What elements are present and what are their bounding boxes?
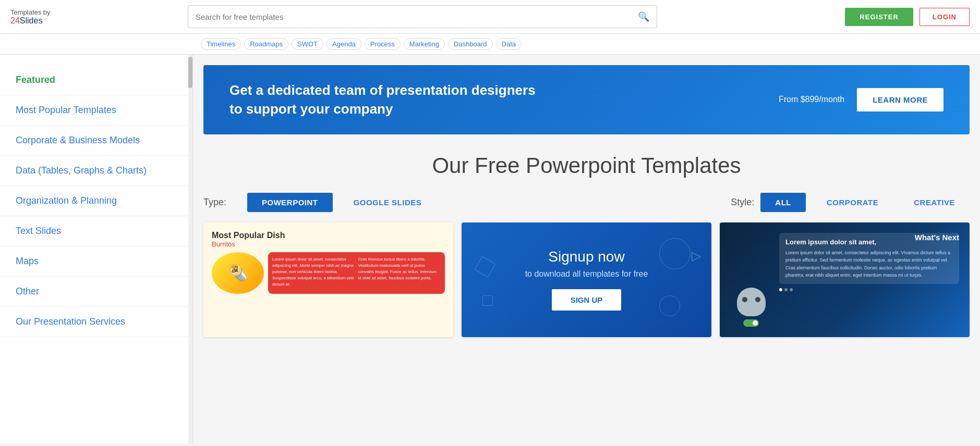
templates-grid: Most Popular Dish Burritos 🌯 Lorem ipsum… [193, 222, 980, 348]
register-button[interactable]: REGISTER [845, 8, 913, 26]
burrito-icon: 🌯 [228, 264, 248, 282]
learn-more-button[interactable]: LEARN MORE [857, 88, 943, 112]
style-filter-group: Style: ALLCORPORATECREATIVE [731, 193, 970, 212]
type-filter-group: POWERPOINTGOOGLE SLIDES [247, 193, 436, 212]
card-food-col1: Lorem ipsum dolor sit amet, consectetur … [272, 256, 355, 290]
login-button[interactable]: LOGIN [919, 8, 970, 26]
card-food-text-columns: Lorem ipsum dolor sit amet, consectetur … [268, 252, 445, 294]
style-filter-creative[interactable]: CREATIVE [899, 193, 970, 212]
subnav-tag-marketing[interactable]: Marketing [404, 38, 445, 50]
subnav-tag-agenda[interactable]: Agenda [326, 38, 361, 50]
signup-subtitle: to download all templates for free [525, 269, 648, 279]
card-food-image: 🌯 [212, 252, 264, 294]
banner-heading: Get a dedicated team of presentation des… [229, 81, 542, 119]
sidebar-item-1[interactable]: Most Popular Templates [0, 95, 192, 126]
template-card-robot[interactable]: What's Next Lorem ipsum dolor sit amet, … [720, 222, 970, 337]
template-card-food[interactable]: Most Popular Dish Burritos 🌯 Lorem ipsum… [203, 222, 453, 337]
robot-pagination-dots [779, 288, 959, 291]
template-card-signup[interactable]: ▷ Signup now to download all templates f… [462, 222, 711, 337]
signup-title: Signup now [548, 249, 624, 265]
type-filter-powerpoint[interactable]: POWERPOINT [247, 193, 333, 212]
search-area: 🔍 [188, 5, 657, 28]
style-filters: ALLCORPORATECREATIVE [760, 193, 970, 212]
style-filter-all[interactable]: ALL [760, 193, 806, 212]
main-layout: FeaturedMost Popular TemplatesCorporate … [0, 55, 980, 443]
style-label: Style: [731, 197, 754, 208]
banner-pricing: From $899/month [779, 95, 844, 104]
search-input[interactable] [188, 7, 631, 27]
robot-figure [730, 233, 772, 327]
sidebar-scroll-thumb [188, 57, 192, 88]
sidebar-scrollbar[interactable] [188, 55, 192, 443]
subnav-tag-dashboard[interactable]: Dashboard [448, 38, 493, 50]
robot-toggle [743, 319, 759, 327]
sidebar: FeaturedMost Popular TemplatesCorporate … [0, 55, 193, 443]
deco-circle-2 [659, 295, 680, 316]
filters: Type: POWERPOINTGOOGLE SLIDES Style: ALL… [193, 193, 980, 222]
header-actions: REGISTER LOGIN [834, 8, 970, 26]
sidebar-item-3[interactable]: Data (Tables, Graphs & Charts) [0, 156, 192, 186]
sidebar-item-0[interactable]: Featured [0, 65, 192, 95]
subnav-tag-roadmaps[interactable]: Roadmaps [244, 38, 288, 50]
signup-decorations: ▷ [462, 222, 711, 337]
subnav-tag-swot[interactable]: SWOT [292, 38, 323, 50]
banner: Get a dedicated team of presentation des… [203, 65, 970, 134]
type-label: Type: [203, 197, 226, 208]
card-food-col2: Cras rhoncus luctus libero a lobortis. V… [358, 256, 441, 290]
logo-templates-by-text: Templates by [10, 8, 188, 16]
deco-square [482, 295, 493, 306]
header: Templates by 24Slides 🔍 REGISTER LOGIN [0, 0, 980, 34]
subnav-tag-data[interactable]: Data [496, 38, 522, 50]
sidebar-items: FeaturedMost Popular TemplatesCorporate … [0, 65, 192, 337]
dot-1 [779, 288, 782, 291]
signup-button[interactable]: SIGN UP [552, 289, 622, 311]
style-filter-corporate[interactable]: CORPORATE [812, 193, 893, 212]
robot-eye-left [742, 297, 747, 302]
robot-head [737, 288, 766, 316]
deco-circle-1 [659, 238, 691, 269]
subnav: TimelinesRoadmapsSWOTAgendaProcessMarket… [0, 34, 980, 55]
subnav-tag-process[interactable]: Process [365, 38, 401, 50]
sidebar-item-6[interactable]: Maps [0, 246, 192, 277]
section-title: Our Free Powerpoint Templates [193, 153, 980, 178]
robot-what-next: What's Next [915, 233, 959, 242]
deco-triangle [475, 256, 496, 277]
subnav-tag-timelines[interactable]: Timelines [201, 38, 241, 50]
search-button[interactable]: 🔍 [631, 6, 657, 28]
logo-24: 24 [10, 16, 20, 25]
sidebar-item-8[interactable]: Our Presentation Services [0, 307, 192, 337]
dot-3 [790, 288, 793, 291]
search-icon: 🔍 [638, 11, 649, 22]
content-area: Get a dedicated team of presentation des… [193, 55, 980, 443]
card-food-title: Most Popular Dish [212, 231, 445, 240]
robot-eye-right [755, 297, 760, 302]
sidebar-item-2[interactable]: Corporate & Business Models [0, 126, 192, 156]
robot-content: Lorem ipsum dolor sit amet, Lorem ipsum … [779, 233, 959, 327]
banner-text: Get a dedicated team of presentation des… [229, 81, 779, 119]
robot-bubble-text: Lorem ipsum dolor sit amet, consectetur … [785, 249, 953, 279]
sidebar-item-5[interactable]: Text Slides [0, 216, 192, 246]
sidebar-item-7[interactable]: Other [0, 277, 192, 307]
logo-area: Templates by 24Slides [10, 8, 188, 26]
dot-2 [784, 288, 788, 291]
type-filter-google-slides[interactable]: GOOGLE SLIDES [339, 193, 437, 212]
logo-slides: Slides [20, 16, 43, 25]
card-food-content: 🌯 Lorem ipsum dolor sit amet, consectetu… [212, 252, 445, 294]
logo[interactable]: 24Slides [10, 16, 188, 26]
deco-play-icon: ▷ [692, 249, 701, 263]
search-bar: 🔍 [188, 5, 657, 28]
sidebar-item-4[interactable]: Organization & Planning [0, 186, 192, 216]
card-food-subtitle: Burritos [212, 240, 445, 248]
